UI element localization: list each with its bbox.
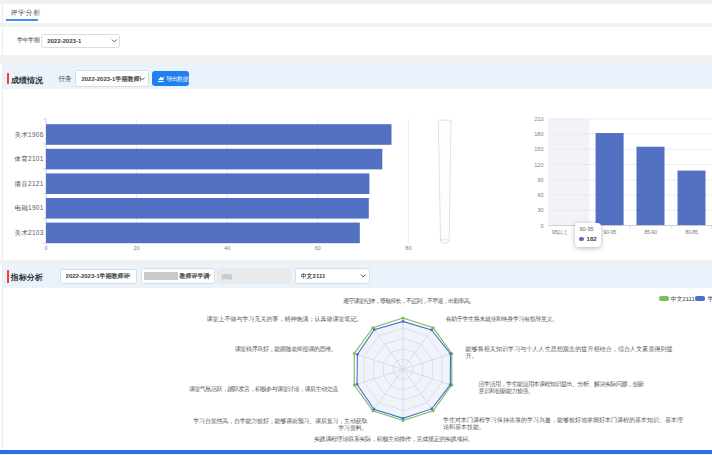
svg-text:150: 150 <box>534 146 543 152</box>
svg-text:80-85: 80-85 <box>685 228 698 234</box>
svg-text:120: 120 <box>534 161 543 167</box>
svg-text:85-90: 85-90 <box>644 228 657 234</box>
svg-text:电磁1901: 电磁1901 <box>15 204 44 211</box>
svg-text:播音2121: 播音2121 <box>15 179 44 187</box>
svg-text:80: 80 <box>405 244 411 250</box>
svg-text:40: 40 <box>224 244 230 250</box>
svg-text:60: 60 <box>537 192 543 198</box>
svg-text:60: 60 <box>315 244 321 250</box>
svg-text:0: 0 <box>44 244 47 250</box>
svg-text:美术1906: 美术1906 <box>15 130 44 137</box>
svg-text:95以上: 95以上 <box>552 228 569 234</box>
svg-text:体育2101: 体育2101 <box>15 155 44 162</box>
svg-text:90-95: 90-95 <box>603 228 616 234</box>
svg-text:180: 180 <box>534 131 543 137</box>
svg-text:90: 90 <box>537 176 543 182</box>
svg-text:30: 30 <box>537 207 543 213</box>
svg-text:0: 0 <box>540 222 543 228</box>
svg-text:美术2103: 美术2103 <box>15 228 44 235</box>
svg-text:20: 20 <box>134 244 140 250</box>
svg-text:210: 210 <box>534 115 543 121</box>
